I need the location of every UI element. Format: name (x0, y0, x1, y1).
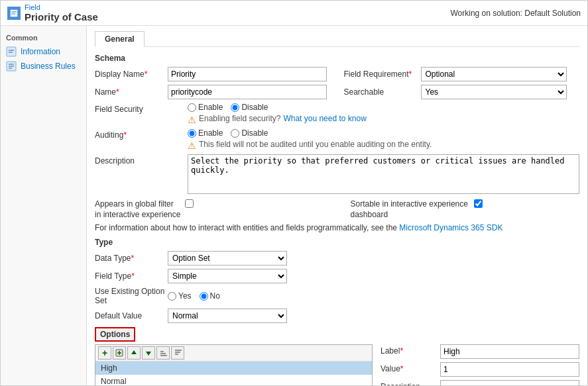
detail-label-label: Label* (381, 344, 440, 356)
auditing-enable-option[interactable]: Enable (188, 128, 223, 138)
field-requirement-label: Field Requirement* (344, 70, 417, 79)
move-down-btn[interactable] (142, 346, 155, 360)
options-layout: + (95, 344, 579, 385)
sort-desc-btn[interactable] (171, 346, 184, 360)
searchable-label: Searchable (344, 87, 417, 97)
options-detail-panel: Label* Value* (381, 344, 579, 385)
field-security-radio-group: Enable Disable (188, 103, 579, 112)
options-list: High Normal Low Critical (95, 362, 372, 385)
auditing-radio-group: Enable Disable (188, 128, 579, 138)
field-security-row: Field Security Enable Disable (95, 103, 579, 125)
detail-description-label: Description (381, 380, 440, 385)
display-name-row: Display Name* Field Requirement* Optiona (95, 67, 579, 81)
detail-label-row: Label* (381, 344, 579, 359)
field-requirement-select[interactable]: Optional (421, 67, 567, 81)
data-type-select[interactable]: Option Set (168, 251, 287, 265)
display-name-input[interactable] (168, 67, 327, 81)
description-textarea[interactable]: Select the priority so that preferred cu… (188, 154, 579, 194)
global-filter-checkbox[interactable] (185, 199, 194, 208)
field-icon (7, 7, 21, 20)
global-filter-checkbox-wrapper (185, 199, 194, 208)
information-icon (6, 46, 17, 57)
use-existing-label: Use Existing Option Set (95, 287, 168, 305)
working-on-label: Working on solution: Default Solution (450, 9, 581, 18)
name-label: Name* (95, 87, 168, 97)
description-row: Description Select the priority so that … (95, 154, 579, 196)
data-type-row: Data Type* Option Set (95, 251, 579, 265)
sidebar-item-information-label: Information (21, 47, 60, 56)
detail-value-label: Value* (381, 362, 440, 373)
field-security-label: Field Security (95, 103, 188, 114)
field-type-select[interactable]: Simple (168, 269, 287, 283)
detail-description-row: Description (381, 380, 579, 385)
sidebar-item-business-rules[interactable]: Business Rules (1, 59, 86, 73)
sortable-label: Sortable in interactive experience dashb… (351, 199, 470, 220)
page-title: Priority of Case (25, 11, 98, 23)
sidebar-item-information[interactable]: Information (1, 44, 86, 59)
use-existing-radio-group: Yes No (168, 291, 579, 301)
global-filter-row: Appears in global filter in interactive … (95, 199, 579, 220)
auditing-disable-radio[interactable] (231, 129, 239, 138)
add-option-btn[interactable]: + (98, 346, 111, 360)
warning-icon: ⚠ (188, 115, 196, 125)
add-existing-btn[interactable] (113, 346, 126, 360)
auditing-warning-icon: ⚠ (188, 140, 196, 151)
auditing-disable-option[interactable]: Disable (231, 128, 268, 138)
sidebar-section-title: Common (1, 31, 86, 44)
use-existing-no-radio[interactable] (200, 292, 208, 301)
schema-section-title: Schema (95, 54, 579, 63)
type-section-title: Type (95, 238, 579, 247)
svg-rect-0 (10, 9, 18, 17)
auditing-info: ⚠ This field will not be audited until y… (188, 140, 579, 151)
sortable-checkbox-wrapper (474, 199, 483, 208)
sortable-checkbox[interactable] (474, 199, 483, 208)
option-item-normal[interactable]: Normal (95, 375, 372, 385)
field-security-info: ⚠ Enabling field security? What you need… (188, 114, 579, 125)
page-subtitle: Field (25, 3, 98, 11)
field-security-enable-radio[interactable] (188, 103, 196, 112)
name-input[interactable] (168, 85, 327, 99)
field-security-link[interactable]: What you need to know (283, 114, 366, 123)
detail-label-input[interactable] (440, 344, 579, 359)
global-filter-label: Appears in global filter in interactive … (95, 199, 181, 220)
detail-description-textarea[interactable] (440, 380, 579, 385)
default-value-label: Default Value (95, 311, 168, 320)
options-toolbar: + (95, 345, 372, 362)
options-section: Options + (95, 327, 579, 385)
field-security-disable-option[interactable]: Disable (231, 103, 268, 112)
use-existing-yes-radio[interactable] (168, 292, 176, 301)
detail-value-row: Value* (381, 362, 579, 377)
sdk-link-row: For information about how to interact wi… (95, 223, 579, 232)
field-type-label: Field Type* (95, 271, 168, 281)
display-name-label: Display Name* (95, 70, 168, 79)
tab-general[interactable]: General (95, 31, 145, 47)
data-type-label: Data Type* (95, 254, 168, 263)
schema-section: Schema Display Name* Field Requirement* (95, 54, 579, 232)
field-security-disable-radio[interactable] (231, 103, 239, 112)
auditing-label: Auditing* (95, 128, 188, 140)
business-rules-icon (6, 61, 17, 72)
sidebar-item-business-rules-label: Business Rules (21, 62, 76, 71)
content-area: General Schema Display Name* (87, 26, 587, 385)
type-section: Type Data Type* Option Set (95, 238, 579, 323)
description-label: Description (95, 154, 188, 166)
name-row: Name* Searchable Yes (95, 85, 579, 99)
svg-rect-3 (7, 47, 16, 56)
use-existing-yes-option[interactable]: Yes (168, 291, 192, 301)
auditing-enable-radio[interactable] (188, 129, 196, 138)
searchable-select[interactable]: Yes (421, 85, 567, 99)
sdk-link[interactable]: Microsoft Dynamics 365 SDK (399, 223, 502, 232)
sort-asc-btn[interactable] (156, 346, 170, 360)
field-security-enable-option[interactable]: Enable (188, 103, 223, 112)
default-value-row: Default Value Normal (95, 309, 579, 323)
move-up-btn[interactable] (127, 346, 141, 360)
detail-value-input[interactable] (440, 362, 579, 377)
use-existing-row: Use Existing Option Set Yes No (95, 287, 579, 305)
top-bar: Field Priority of Case Working on soluti… (1, 1, 587, 26)
tabs: General (95, 31, 579, 47)
use-existing-no-option[interactable]: No (200, 291, 220, 301)
options-list-panel: + (95, 344, 373, 385)
option-item-high[interactable]: High (95, 362, 372, 375)
auditing-row: Auditing* Enable Disable (95, 128, 579, 151)
default-value-select[interactable]: Normal (168, 309, 287, 323)
